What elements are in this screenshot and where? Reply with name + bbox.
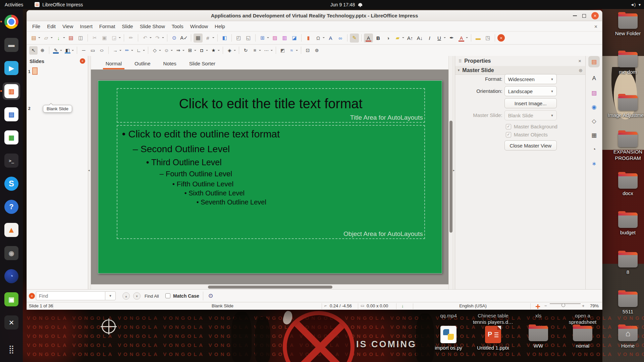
dock-chrome[interactable] [3, 13, 20, 31]
orientation-dropdown[interactable]: Landscape▾ [504, 86, 557, 96]
character-dialog-button[interactable]: A [364, 34, 373, 43]
insert-chart-button[interactable]: ◪ [290, 34, 299, 43]
menu-slide-show[interactable]: Slide Show [137, 22, 168, 31]
desktop-icon-image-adjustment[interactable]: Image Adjustment [606, 95, 644, 119]
dock-impress[interactable]: ▥ [3, 82, 20, 100]
fit-slide-button[interactable] [536, 304, 540, 309]
sidebar-tab-animation[interactable]: ◔ [588, 144, 600, 155]
zoom-tool[interactable]: ⊕ [38, 46, 47, 55]
sidebar-tab-navigator[interactable]: ◉ [588, 101, 600, 113]
highlight-color-button[interactable]: ▰ [393, 34, 402, 43]
dock-calc[interactable]: ▦ [3, 129, 20, 146]
cut-button[interactable]: ✂ [90, 34, 99, 43]
desktop-icon-8[interactable]: 8 [606, 252, 644, 276]
new-slide-button[interactable]: ▮ [304, 34, 313, 43]
paste-button[interactable]: ◲ [110, 34, 119, 43]
menu-format[interactable]: Format [96, 22, 119, 31]
clock-menu[interactable]: Jun 9 17:48 [330, 0, 362, 9]
save-button[interactable]: ↓ [54, 34, 63, 43]
insert-table-button[interactable]: ⊞ [258, 34, 267, 43]
symbol-shapes-tool[interactable]: ☺ [162, 46, 171, 55]
open-button[interactable]: ▱ [42, 34, 51, 43]
sidebar-tab-properties[interactable]: ▤ [588, 56, 600, 67]
system-tray-menu[interactable]: ◄) ▾ [630, 0, 641, 9]
tab-notes[interactable]: Notes [158, 58, 182, 69]
insert-image-button[interactable]: ▨ [270, 34, 279, 43]
master-slide-dropdown[interactable]: Blank Slide▾ [504, 110, 557, 120]
dock-vlc[interactable]: ▲ [3, 221, 20, 239]
find-history-dropdown[interactable]: ▾ [105, 291, 116, 300]
desktop-icon-expansion-program[interactable]: EXPANSION PROGRAM [606, 132, 644, 162]
insert-textbox-2-button[interactable]: ◳ [483, 34, 492, 43]
basic-shapes-tool[interactable]: ◇ [151, 46, 159, 55]
master-background-checkbox[interactable]: ✓ Master Background [506, 124, 557, 129]
tab-outline[interactable]: Outline [129, 58, 156, 69]
lines-arrows-tool[interactable]: → [111, 46, 119, 55]
close-find-bar-button[interactable]: × [29, 293, 35, 299]
close-master-view-button[interactable]: Close Master View [504, 140, 557, 150]
menu-edit[interactable]: Edit [44, 22, 59, 31]
bold-button[interactable]: B [374, 34, 383, 43]
desktop-icon-open-a-spreadsheet[interactable]: open a spreadsheet [561, 311, 604, 325]
menu-slide[interactable]: Slide [118, 22, 136, 31]
edit-points-tool[interactable]: ⊡ [304, 46, 312, 55]
desktop-icon-import-os-py[interactable]: import os.py [427, 326, 470, 351]
select-tool[interactable]: ↖ [29, 46, 38, 55]
desktop-icon-qq-mp4[interactable]: qq.mp4 [427, 311, 470, 319]
menu-tools[interactable]: Tools [168, 22, 187, 31]
align-tool[interactable]: ≡ [251, 46, 259, 55]
gear-icon[interactable]: ⊛ [579, 68, 583, 73]
block-arrows-tool[interactable]: ⇒ [174, 46, 182, 55]
format-dropdown[interactable]: Widescreen▾ [504, 74, 557, 84]
maximize-button[interactable] [582, 14, 586, 18]
spelling-button[interactable]: A✓ [179, 34, 189, 43]
grow-font-button[interactable]: A↑ [406, 34, 415, 43]
callouts-tool[interactable]: ◘ [198, 46, 206, 55]
desktop-icon-docx[interactable]: docx [606, 173, 644, 197]
zoom-level[interactable]: 79% [590, 303, 599, 308]
curve-tool[interactable]: ✏ [123, 46, 131, 55]
special-character-button[interactable]: Ω [314, 34, 323, 43]
desktop-icon-nomal[interactable]: nomal [561, 326, 604, 349]
activities-button[interactable]: Activities [5, 2, 23, 7]
underline-button[interactable]: U [435, 34, 444, 43]
export-pdf-button[interactable]: ▤ [66, 34, 75, 43]
scrollbar-thumb[interactable] [208, 286, 332, 289]
find-replace-button[interactable]: ⊙ [170, 34, 179, 43]
display-grid-button[interactable]: ▦ [194, 34, 203, 43]
rotate-tool[interactable]: ↻ [241, 46, 250, 55]
shrink-font-button[interactable]: A↓ [415, 34, 424, 43]
signature-button[interactable]: ✒ [447, 34, 456, 43]
insert-image-button[interactable]: Insert Image... [504, 98, 557, 108]
redo-button[interactable]: ↷ [153, 34, 162, 43]
zoom-slider[interactable] [550, 303, 581, 304]
dock-writer[interactable]: ▤ [3, 106, 20, 123]
desktop-icon-new-folder[interactable]: New Folder [606, 13, 644, 37]
image-filter-tool[interactable]: ≈ [287, 46, 296, 55]
tab-slide-sorter[interactable]: Slide Sorter [184, 58, 221, 69]
desktop-icon-chinese-table-tennis[interactable]: Chinese table tennis players.d… [472, 311, 515, 325]
menu-help[interactable]: Help [211, 22, 228, 31]
close-document-button[interactable]: × [594, 24, 597, 30]
tab-normal[interactable]: Normal [100, 58, 127, 69]
master-objects-checkbox[interactable]: ✓ Master Objects [506, 132, 548, 137]
new-button[interactable]: ▤ [29, 34, 38, 43]
match-case-checkbox[interactable] [165, 293, 170, 298]
insert-text-box-button[interactable]: ◰ [234, 34, 243, 43]
find-input[interactable] [36, 291, 105, 300]
stars-tool[interactable]: ★ [209, 46, 218, 55]
menu-file[interactable]: File [29, 22, 44, 31]
title-placeholder[interactable]: Click to edit the title text format Titl… [117, 88, 425, 123]
dock-cheese[interactable]: ◉ [3, 244, 20, 262]
find-next-button[interactable]: ▾ [133, 292, 141, 300]
vertical-scrollbar[interactable] [448, 56, 453, 289]
line-color-tool[interactable]: ✎ [52, 46, 60, 55]
glue-points-tool[interactable]: ⊚ [313, 46, 321, 55]
menu-view[interactable]: View [59, 22, 76, 31]
show-applications-button[interactable]: ⣿ [3, 341, 20, 358]
ellipse-tool[interactable]: ○ [98, 46, 106, 55]
sidebar-tab-styles[interactable]: A [588, 73, 600, 84]
dock-skype[interactable]: S [3, 175, 20, 192]
horizontal-scrollbar[interactable] [91, 284, 448, 289]
copy-button[interactable]: ▣ [100, 34, 109, 43]
